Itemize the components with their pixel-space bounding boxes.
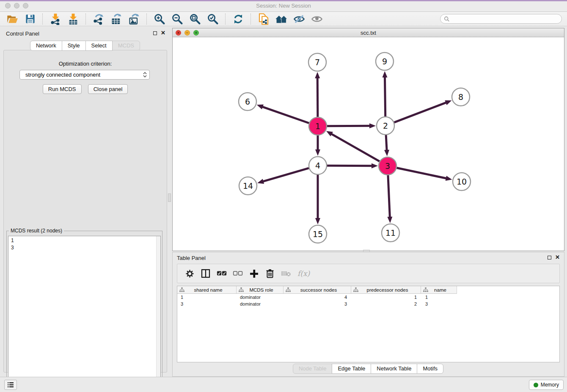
control-panel-header: Control Panel ✕ [3,29,167,38]
close-panel-icon[interactable]: ✕ [161,31,165,35]
table-cell[interactable]: dominator [237,301,284,306]
graph-edge-2-8[interactable] [394,102,447,122]
column-header-name[interactable]: name [421,286,457,294]
import-table-button[interactable] [66,13,80,25]
create-column-button[interactable] [247,267,261,280]
tab-select[interactable]: Select [85,41,113,51]
task-history-button[interactable] [4,380,17,390]
mcds-tab-content: Optimization criterion: strongly connect… [3,50,167,373]
graph-node-label: 6 [245,97,250,106]
trash-icon [266,269,274,278]
float-table-panel-icon[interactable] [548,256,551,259]
optimization-criterion-dropdown[interactable]: strongly connected component [19,70,150,80]
zoom-in-icon [154,13,165,25]
graph-edge-1-7[interactable] [317,77,318,117]
export-table-icon [110,13,122,25]
tab-network-table[interactable]: Network Table [371,364,417,374]
column-header-MCDS-role[interactable]: MCDS role [237,286,284,294]
graph-edge-1-2[interactable] [327,126,370,126]
delete-table-icon [281,270,291,277]
table-panel-title: Table Panel [177,255,206,261]
search-input[interactable] [452,16,555,22]
table-settings-button[interactable] [182,267,197,280]
column-header-successor-nodes[interactable]: successor nodes [284,286,351,294]
column-header-predecessor-nodes[interactable]: predecessor nodes [351,286,421,294]
table-cell[interactable]: 2 [351,301,421,306]
graph-edge-2-3[interactable] [386,135,387,151]
graph-node-label: 1 [315,121,320,131]
tab-motifs[interactable]: Motifs [417,364,443,374]
refresh-button[interactable] [231,13,245,25]
table-row[interactable]: 3dominator323 [177,301,559,307]
node-table[interactable]: shared nameMCDS rolesuccessor nodesprede… [177,286,560,362]
copy-network-icon [257,13,270,25]
tab-edge-table[interactable]: Edge Table [332,364,371,374]
table-cell[interactable]: 3 [284,301,351,306]
tab-style[interactable]: Style [62,41,86,51]
graph-node-label: 10 [457,177,467,186]
first-neighbors-button[interactable] [275,13,288,25]
graph-edge-3-1[interactable] [331,134,380,161]
graph-edge-2-9[interactable] [385,77,385,116]
graph-edge-4-3[interactable] [327,166,372,166]
network-canvas[interactable]: 1234678910111415 [173,37,564,251]
table-cell[interactable]: 3 [421,301,457,306]
network-window-titlebar[interactable]: × − + scc.txt [173,28,564,37]
zoom-in-button[interactable] [153,13,166,25]
graph-edge-1-6[interactable] [262,107,309,123]
edge-arrowhead [369,123,376,128]
refresh-icon [232,13,244,25]
graph-node-label: 15 [313,229,323,239]
export-table-button[interactable] [110,13,123,25]
dropdown-stepper-icon [140,72,149,77]
mcds-result-item: 1 [11,237,156,244]
run-mcds-button[interactable]: Run MCDS [43,84,82,94]
import-network-button[interactable] [49,13,62,25]
open-session-button[interactable] [6,13,19,25]
toolbar-separator [225,14,226,25]
search-field[interactable] [440,14,562,24]
select-all-columns-button[interactable] [215,267,229,280]
show-columns-button[interactable] [198,267,213,280]
float-panel-icon[interactable] [153,31,157,35]
graph-edge-4-14[interactable] [263,168,309,182]
table-row[interactable]: 1dominator411 [177,294,559,301]
tree-icon [179,287,184,292]
network-view-window: × − + scc.txt 1234678910111415 [172,28,564,251]
zoom-out-icon [171,13,183,25]
show-all-button[interactable] [310,13,324,25]
tab-mcds[interactable]: MCDS [112,41,140,51]
tab-network[interactable]: Network [30,41,62,51]
table-cell[interactable]: dominator [237,295,284,300]
table-header-row: shared nameMCDS rolesuccessor nodesprede… [177,286,559,294]
memory-button[interactable]: Memory [529,380,564,390]
zoom-selected-button[interactable] [206,13,220,25]
copy-network-button[interactable] [257,13,270,25]
graph-edge-3-11[interactable] [388,175,390,218]
table-cell[interactable]: 3 [177,301,237,306]
vertical-splitter-handle[interactable] [168,193,171,202]
table-cell[interactable]: 1 [351,295,421,300]
memory-label: Memory [541,382,559,388]
table-cell[interactable]: 1 [421,295,457,300]
save-session-button[interactable] [23,13,37,25]
edge-arrowhead [445,100,451,105]
table-cell[interactable]: 4 [284,295,351,300]
zoom-fit-button[interactable] [188,13,202,25]
tab-node-table[interactable]: Node Table [293,364,333,374]
delete-column-button[interactable] [263,267,277,280]
export-image-button[interactable] [127,13,141,25]
graph-edge-3-10[interactable] [397,168,447,179]
zoom-out-button[interactable] [171,13,184,25]
plus-icon [250,269,259,278]
clear-all-columns-button[interactable] [231,267,245,280]
table-cell[interactable]: 1 [177,295,237,300]
table-panel: Table Panel ✕ [172,252,564,377]
column-header-shared-name[interactable]: shared name [177,286,237,294]
hide-selected-button[interactable] [292,13,306,25]
close-panel-button[interactable]: Close panel [88,84,128,94]
export-network-button[interactable] [92,13,105,25]
edge-arrowhead [326,131,333,136]
result-scrollbar[interactable] [156,236,160,388]
close-table-panel-icon[interactable]: ✕ [555,255,560,259]
